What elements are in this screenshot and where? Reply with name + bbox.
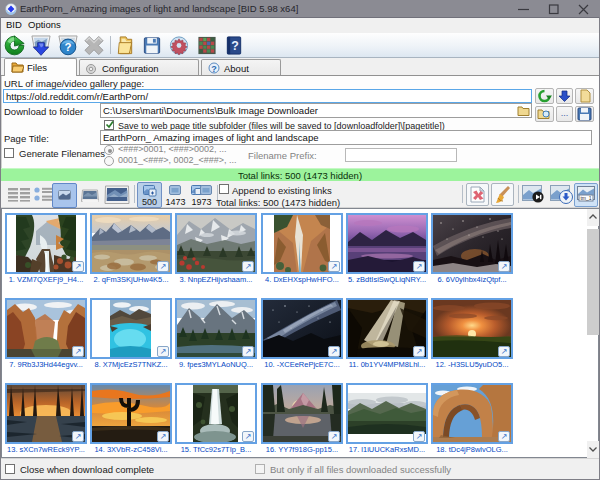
svg-text:tm_1: tm_1 [580,195,591,201]
svg-text:?: ? [211,64,217,74]
svg-text:?: ? [65,41,72,53]
svg-text:?: ? [231,39,239,53]
